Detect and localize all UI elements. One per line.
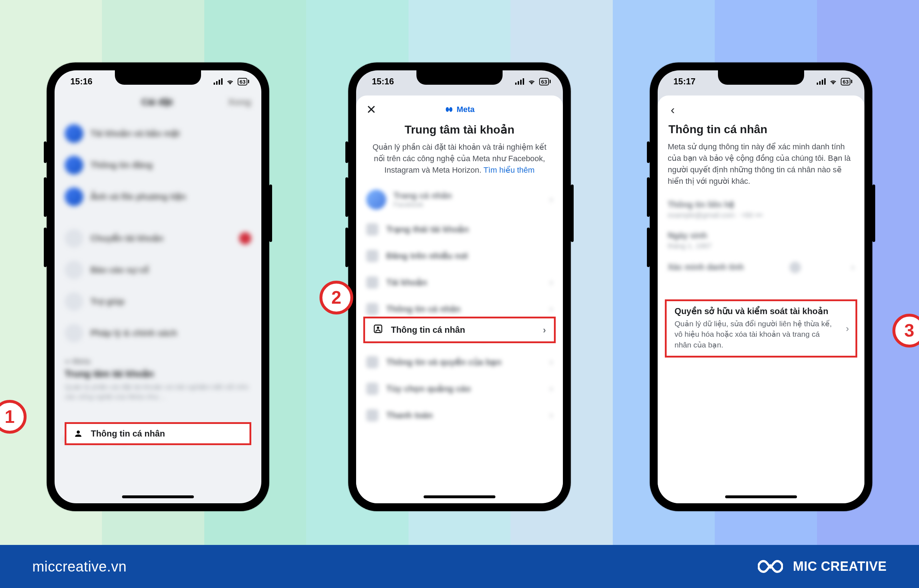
footer-brand: MIC CREATIVE bbox=[793, 559, 887, 574]
ads-icon bbox=[366, 383, 378, 395]
signal-icon bbox=[213, 78, 223, 85]
list-item[interactable]: Tùy chọn quảng cáo› bbox=[356, 375, 563, 402]
person-badge-icon bbox=[373, 324, 383, 336]
person-icon bbox=[73, 428, 84, 439]
identity-item[interactable]: Xác minh danh tính › bbox=[658, 256, 864, 279]
phone-shell: 15:17 63 ‹ Thông tin cá nhân Meta sử dụn… bbox=[650, 63, 872, 511]
list-item[interactable]: Báo cáo sự cố bbox=[90, 265, 149, 275]
bell-icon bbox=[65, 156, 83, 174]
list-item[interactable]: Thông tin đăng bbox=[90, 160, 153, 170]
battery-icon: 63 bbox=[237, 78, 247, 86]
verify-icon bbox=[790, 262, 801, 273]
chevron-right-icon: › bbox=[846, 323, 849, 334]
accounts-center-desc: Quản lý phần cài đặt tài khoản và trải n… bbox=[65, 382, 251, 402]
step-badge-1: 1 bbox=[0, 400, 27, 434]
close-icon[interactable]: ✕ bbox=[365, 103, 378, 116]
stage: 1 15:16 63 bbox=[0, 0, 919, 588]
list-item[interactable]: Tài khoản› bbox=[356, 269, 563, 296]
step-badge-2: 2 bbox=[320, 281, 353, 315]
phones-row: 1 15:16 63 bbox=[0, 0, 919, 545]
svg-point-1 bbox=[377, 327, 380, 329]
phone-3: 3 15:17 63 ‹ bbox=[650, 63, 872, 511]
personal-info-label: Thông tin cá nhân bbox=[91, 429, 165, 439]
account-icon bbox=[65, 124, 83, 143]
status-right: 63 bbox=[213, 78, 249, 86]
accounts-center-heading: Trung tâm tài khoản bbox=[65, 368, 251, 380]
sheet-title: Trung tâm tài khoản bbox=[356, 121, 563, 141]
crosspost-icon bbox=[366, 250, 378, 262]
signal-icon bbox=[817, 78, 826, 85]
list-item[interactable]: Đăng trên nhiều nơi bbox=[356, 243, 563, 269]
phone-1: 1 15:16 63 bbox=[47, 63, 269, 511]
accounts-icon bbox=[366, 276, 378, 289]
phone-shell: 15:16 63 ✕ Meta bbox=[348, 63, 571, 511]
signal-icon bbox=[515, 78, 524, 85]
status-time: 15:16 bbox=[70, 76, 92, 87]
contact-info-item[interactable]: Thông tin liên hệ example@gmail.com · +8… bbox=[658, 194, 864, 225]
report-icon bbox=[65, 261, 83, 279]
personal-info-row[interactable]: Thông tin cá nhân bbox=[65, 422, 251, 445]
birthday-item[interactable]: Ngày sinh tháng 1, 1997 bbox=[658, 225, 864, 256]
battery-icon: 63 bbox=[841, 78, 850, 86]
phone-2: 2 15:16 63 ✕ bbox=[348, 63, 571, 511]
status-time: 15:16 bbox=[372, 76, 394, 87]
learn-more-link[interactable]: Tìm hiểu thêm bbox=[483, 165, 535, 174]
chevron-right-icon: › bbox=[543, 325, 546, 336]
avatar bbox=[366, 189, 386, 210]
media-icon bbox=[65, 187, 83, 206]
legal-icon bbox=[65, 324, 83, 342]
status-icon bbox=[366, 223, 378, 236]
switch-icon bbox=[65, 229, 83, 248]
list-item[interactable]: Ảnh và file phương tiện bbox=[90, 192, 186, 202]
info-icon bbox=[366, 356, 378, 368]
step-badge-3: 3 bbox=[892, 314, 919, 347]
chevron-right-icon: › bbox=[549, 194, 553, 205]
ownership-desc: Quản lý dữ liệu, sửa đổi người liên hệ t… bbox=[675, 318, 835, 350]
ownership-control-item[interactable]: Quyền sở hữu và kiểm soát tài khoản Quản… bbox=[665, 299, 857, 357]
ownership-title: Quyền sở hữu và kiểm soát tài khoản bbox=[675, 306, 835, 316]
list-item[interactable]: Pháp lý & chính sách bbox=[90, 328, 177, 338]
wifi-icon bbox=[528, 78, 536, 85]
list-item[interactable]: Thanh toán› bbox=[356, 402, 563, 429]
help-icon bbox=[65, 292, 83, 311]
notification-badge bbox=[239, 232, 251, 244]
wifi-icon bbox=[226, 78, 234, 85]
payment-icon bbox=[366, 409, 378, 422]
sheet-title: Thông tin cá nhân bbox=[658, 121, 864, 141]
person-badge-icon bbox=[366, 303, 378, 315]
brand-logo-icon bbox=[758, 558, 783, 575]
list-item[interactable]: Thông tin và quyền của bạn› bbox=[356, 349, 563, 375]
personal-info-sheet: ‹ Thông tin cá nhân Meta sử dụng thông t… bbox=[658, 95, 864, 503]
page-title: Cài đặt bbox=[86, 97, 228, 108]
personal-info-item[interactable]: Thông tin cá nhân › bbox=[363, 317, 556, 343]
meta-brand-logo: Meta bbox=[378, 105, 541, 114]
list-item[interactable]: Trợ giúp bbox=[90, 297, 124, 307]
profile-row[interactable]: Trang cá nhânFacebook › bbox=[356, 183, 563, 216]
list-item[interactable]: Trạng thái tài khoản bbox=[356, 216, 563, 243]
chevron-right-icon: › bbox=[851, 262, 854, 273]
sheet-description: Meta sử dụng thông tin này để xác minh d… bbox=[658, 141, 864, 194]
list-item[interactable]: Chuyển tài khoản bbox=[90, 233, 163, 243]
footer-site: miccreative.vn bbox=[32, 559, 127, 575]
battery-icon: 63 bbox=[539, 78, 549, 86]
personal-info-label: Thông tin cá nhân bbox=[391, 325, 465, 335]
footer: miccreative.vn MIC CREATIVE bbox=[0, 545, 919, 588]
meta-brand: ∞ Meta bbox=[65, 357, 251, 366]
status-time: 15:17 bbox=[674, 76, 695, 87]
phone-shell: 15:16 63 Cài đặt Xong bbox=[47, 63, 269, 511]
wifi-icon bbox=[829, 78, 837, 85]
sheet-description: Quản lý phần cài đặt tài khoản và trải n… bbox=[356, 141, 563, 183]
list-item[interactable]: Tài khoản và bảo mật bbox=[90, 129, 180, 139]
done-button[interactable]: Xong bbox=[228, 97, 251, 108]
back-icon[interactable]: ‹ bbox=[666, 103, 679, 116]
accounts-center-sheet: ✕ Meta Trung tâm tài khoản Quản lý phần … bbox=[356, 95, 563, 503]
